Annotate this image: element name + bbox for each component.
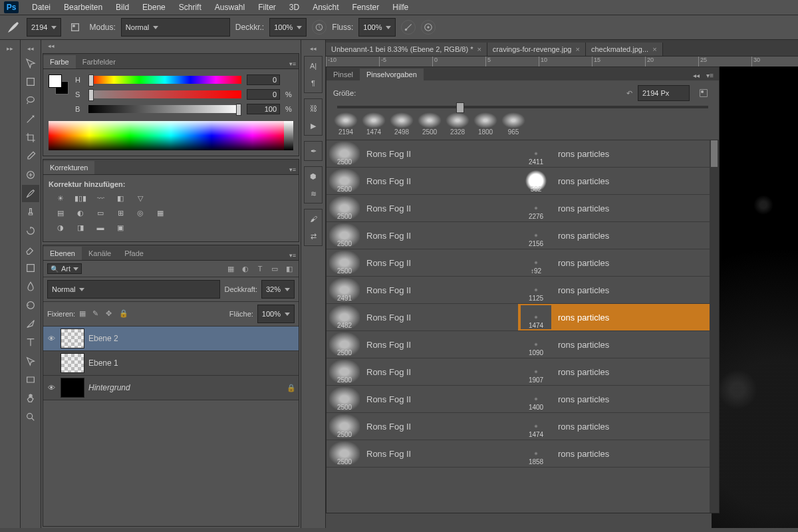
crop-tool[interactable] (22, 129, 39, 146)
menu-schrift[interactable]: Schrift (172, 1, 208, 14)
reset-size-icon[interactable]: ↶ (626, 89, 632, 98)
brush-preset-item[interactable]: 1858rons particles (518, 440, 710, 467)
brush-preset-item[interactable]: 582rons particles (518, 168, 710, 195)
brush-preset-item[interactable]: 2500Rons Fog II (327, 168, 518, 195)
menu-bild[interactable]: Bild (109, 1, 136, 14)
brush-preset-item[interactable]: 2500Rons Fog II (327, 331, 518, 358)
swap-icon[interactable]: ⇄ (306, 229, 321, 243)
stamp-tool[interactable] (22, 203, 39, 221)
tab-pfade[interactable]: Pfade (118, 247, 150, 260)
spectrum-picker[interactable] (49, 121, 293, 150)
adj-selective-icon[interactable]: ▣ (114, 221, 127, 233)
brush-tip[interactable]: 2328 (445, 112, 470, 136)
adj-color-lookup-icon[interactable]: ◎ (134, 207, 147, 219)
canvas[interactable] (712, 66, 798, 528)
character-icon[interactable]: A| (306, 59, 321, 73)
brush-panel-toggle-icon[interactable] (66, 19, 84, 36)
menu-ebene[interactable]: Ebene (136, 1, 172, 14)
sat-slider[interactable] (88, 90, 241, 98)
bri-input[interactable] (247, 104, 280, 114)
airbrush-icon[interactable] (401, 20, 416, 35)
layer-name[interactable]: Ebene 2 (88, 334, 296, 343)
adj-grad-map-icon[interactable]: ▬ (94, 221, 107, 233)
brush-preset-item[interactable]: 2500Rons Fog II (327, 140, 518, 168)
brush-tip[interactable]: 2500 (417, 112, 442, 136)
doc-tab[interactable]: Unbenannt-1 bei 8.33% (Ebene 2, RGB/8) *… (326, 43, 487, 56)
history-brush-tool[interactable] (22, 222, 39, 239)
layer-fill-input[interactable]: 100% (257, 305, 295, 323)
brush-preset-item[interactable]: 2500Rons Fog II (327, 440, 518, 467)
close-icon[interactable]: × (477, 45, 481, 53)
filter-type-icon[interactable]: T (255, 263, 265, 274)
close-icon[interactable]: × (575, 45, 579, 53)
adj-curves-icon[interactable]: 〰 (94, 192, 107, 204)
tab-farbfelder[interactable]: Farbfelder (76, 55, 122, 68)
brush-tip[interactable]: 1474 (361, 112, 386, 136)
pen-tool[interactable] (22, 315, 39, 332)
layer-thumb[interactable] (61, 329, 84, 348)
visibility-icon[interactable]: 👁 (46, 384, 57, 392)
blend-mode-select[interactable]: Normal (121, 18, 230, 37)
adj-bw-icon[interactable]: ◐ (74, 207, 87, 219)
lasso-tool[interactable] (22, 92, 39, 109)
collapse-icon[interactable]: ◂◂ (45, 41, 57, 51)
tab-ebenen[interactable]: Ebenen (43, 247, 82, 260)
pressure-size-icon[interactable] (421, 20, 436, 35)
type-tool[interactable] (22, 334, 39, 351)
nav-prev-icon[interactable]: ◂◂ (690, 70, 702, 80)
brush-tip[interactable]: 1800 (473, 112, 498, 136)
tab-farbe[interactable]: Farbe (43, 55, 76, 68)
brush-tip[interactable]: 2194 (333, 112, 358, 136)
brush-preset-item[interactable]: 2500Rons Fog II (327, 249, 518, 277)
sat-input[interactable] (247, 89, 280, 100)
panel-menu-icon[interactable]: ▾≡ (287, 165, 299, 174)
brush-preset-item[interactable]: 1474rons particles (518, 304, 710, 331)
dodge-tool[interactable] (22, 297, 39, 314)
adj-invert-icon[interactable]: ◑ (54, 221, 67, 233)
filter-adjust-icon[interactable]: ◐ (240, 263, 251, 274)
adj-vibrance-icon[interactable]: ▽ (134, 192, 147, 204)
path-select-tool[interactable] (22, 352, 39, 370)
menu-auswahl[interactable]: Auswahl (208, 1, 251, 14)
feather-icon[interactable]: ✒ (306, 144, 321, 158)
doc-tab[interactable]: cravings-for-revenge.jpg× (487, 43, 586, 56)
adj-brightness-icon[interactable]: ☀ (54, 192, 67, 204)
brush-preset-item[interactable]: 2500Rons Fog II (327, 195, 518, 222)
brush-tip[interactable]: 2498 (389, 112, 414, 136)
filter-pixel-icon[interactable]: ▦ (225, 263, 236, 274)
adj-channel-mixer-icon[interactable]: ⊞ (114, 207, 127, 219)
brush-preset-item[interactable]: 2500Rons Fog II (327, 358, 518, 386)
brush-size-input[interactable] (638, 85, 690, 101)
flow-input[interactable]: 100% (358, 18, 396, 37)
move-tool[interactable] (22, 55, 39, 72)
brush-tool[interactable] (22, 185, 39, 202)
collapse-icon[interactable]: ◂◂ (25, 44, 37, 53)
brush-size-slider[interactable] (337, 106, 708, 108)
brush-preset-item[interactable]: 2156rons particles (518, 222, 710, 249)
lock-pixels-icon[interactable]: ✎ (92, 309, 102, 319)
play-icon[interactable]: ▶ (306, 118, 321, 133)
brush-preset-item[interactable]: 1090rons particles (518, 331, 710, 358)
layer-item[interactable]: 👁Hintergrund🔒 (43, 376, 299, 400)
adj-photo-filter-icon[interactable]: ▭ (94, 207, 107, 219)
rectangle-tool[interactable] (22, 371, 39, 388)
layer-filter-kind[interactable]: 🔍Art (47, 263, 82, 274)
zoom-tool[interactable] (22, 408, 39, 426)
tab-kanaele[interactable]: Kanäle (82, 247, 118, 260)
adj-exposure-icon[interactable]: ◧ (114, 192, 127, 204)
layer-opacity-input[interactable]: 32% (261, 280, 295, 299)
filter-smart-icon[interactable]: ◧ (284, 263, 295, 274)
3d-icon[interactable]: ⬢ (306, 169, 321, 184)
brush-preset-picker[interactable]: 2194 (27, 18, 61, 37)
bri-slider[interactable] (88, 105, 241, 113)
menu-3d[interactable]: 3D (283, 1, 306, 14)
adj-levels-icon[interactable]: ▮▯▮ (74, 192, 87, 204)
brush-preset-item[interactable]: 2411rons particles (518, 140, 710, 168)
hue-input[interactable] (247, 74, 280, 85)
layer-item[interactable]: 👁Ebene 2 (43, 327, 299, 351)
lock-pos-icon[interactable]: ✥ (106, 309, 115, 319)
filter-shape-icon[interactable]: ▭ (269, 263, 280, 274)
menu-filter[interactable]: Filter (251, 1, 283, 14)
brush-preset-item[interactable]: 2482Rons Fog II (327, 304, 518, 331)
brush-preset-item[interactable]: 2500Rons Fog II (327, 222, 518, 249)
